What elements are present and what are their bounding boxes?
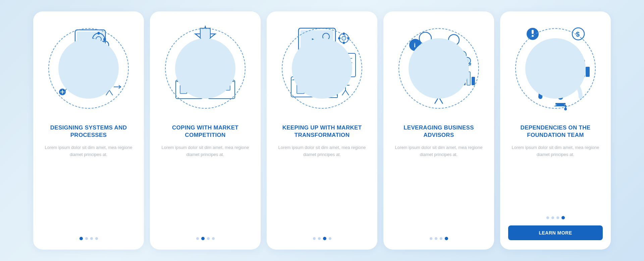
card-2-illustration: VS [162, 18, 249, 119]
card-4-title: LEVERAGING BUSINESS ADVISORS [391, 124, 486, 139]
dot-active [201, 237, 205, 240]
dot [551, 216, 554, 219]
card-business-advisors: i $ $ [383, 11, 494, 250]
card-market-transformation: KEEPING UP WITH MARKET TRANSFORMATION Lo… [267, 11, 377, 250]
dot [95, 237, 98, 240]
card-5-title: DEPENDENCIES ON THE FOUNDATION TEAM [508, 124, 603, 139]
card-1-dots [79, 231, 98, 240]
svg-point-153 [564, 108, 567, 110]
dot [207, 237, 210, 240]
card-3-desc: Lorem ipsum dolor sit dim amet, mea regi… [275, 144, 369, 158]
dot [313, 237, 316, 240]
card-foundation-team: $ [500, 11, 611, 250]
card-1-illustration [45, 18, 132, 119]
card-2-desc: Lorem ipsum dolor sit dim amet, mea regi… [158, 144, 253, 158]
dot [430, 237, 432, 240]
dot-active [561, 216, 565, 219]
learn-more-button[interactable]: LEARN MORE [508, 225, 603, 240]
card-5-dots [546, 210, 565, 219]
cards-container: DESIGNING SYSTEMS AND PROCESSES Lorem ip… [26, 5, 618, 256]
card-2-title: COPING WITH MARKET COMPETITION [158, 124, 253, 139]
dot [196, 237, 199, 240]
dot-active [323, 237, 326, 240]
card-5-desc: Lorem ipsum dolor sit dim amet, mea regi… [508, 144, 603, 158]
card-coping-competition: VS COPING WITH MARKET COMPETITION Lorem … [150, 11, 261, 250]
dot-active [79, 237, 83, 240]
dot [329, 237, 331, 240]
svg-rect-129 [532, 30, 534, 34]
card-1-desc: Lorem ipsum dolor sit dim amet, mea regi… [41, 144, 136, 158]
card-1-title: DESIGNING SYSTEMS AND PROCESSES [41, 124, 136, 139]
dot [556, 216, 559, 219]
card-4-dots [430, 231, 448, 240]
card-3-illustration [278, 18, 366, 119]
card-3-title: KEEPING UP WITH MARKET TRANSFORMATION [275, 124, 369, 139]
card-3-dots [313, 231, 331, 240]
card-4-illustration: i $ $ [395, 18, 482, 119]
dot [440, 237, 442, 240]
card-designing-systems: DESIGNING SYSTEMS AND PROCESSES Lorem ip… [33, 11, 144, 250]
dot [435, 237, 437, 240]
dot [90, 237, 93, 240]
card-5-illustration: $ [512, 18, 599, 119]
dot [318, 237, 321, 240]
dot-active [445, 237, 448, 240]
card-2-dots [196, 231, 215, 240]
card-4-desc: Lorem ipsum dolor sit dim amet, mea regi… [391, 144, 486, 158]
dot [212, 237, 215, 240]
dot [546, 216, 549, 219]
dot [85, 237, 88, 240]
